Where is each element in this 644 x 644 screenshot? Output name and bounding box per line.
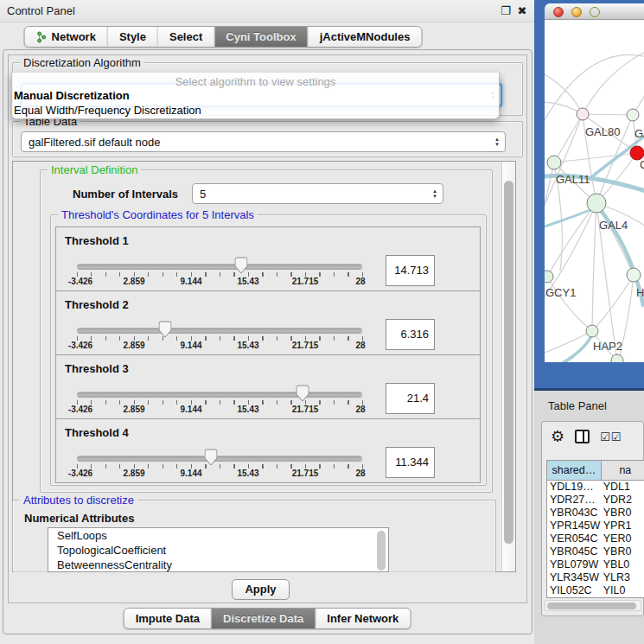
settings-vertical-scrollbar[interactable] <box>501 162 515 571</box>
gear-icon[interactable]: ⚙ <box>551 429 564 444</box>
table-row[interactable]: YLR345WYLR3 <box>547 571 644 584</box>
scrollbar-thumb[interactable] <box>547 603 636 609</box>
column-header-name[interactable]: na <box>602 461 644 480</box>
numerical-attributes-list: SelfLoops TopologicalCoefficient Between… <box>48 527 389 572</box>
tick-label: 9.144 <box>180 405 201 414</box>
node-partial-bottom[interactable] <box>611 354 623 362</box>
node-gal80[interactable] <box>577 108 589 120</box>
tick-label: -3.426 <box>68 469 92 478</box>
table-row[interactable]: YDL19…YDL1 <box>547 481 644 494</box>
dropdown-option-equal-width[interactable]: Equal Width/Frequency Discretization <box>12 103 499 118</box>
tick-label: 15.43 <box>237 405 258 414</box>
node-gcy1[interactable] <box>545 271 553 283</box>
node-gal11[interactable] <box>547 156 561 169</box>
number-of-intervals-combobox[interactable]: 5 ▴▾ <box>192 183 443 204</box>
zoom-traffic-light[interactable] <box>590 7 600 17</box>
node-partial-right[interactable] <box>627 268 641 282</box>
tab-discretize-data[interactable]: Discretize Data <box>212 609 316 628</box>
tab-impute-data[interactable]: Impute Data <box>124 609 212 628</box>
list-item[interactable]: BetweennessCentrality <box>48 558 388 572</box>
network-view-titlebar[interactable] <box>545 3 644 20</box>
threshold-3-slider-thumb[interactable] <box>296 385 309 402</box>
table-data-combobox[interactable]: galFiltered.sif default node ▴▾ <box>21 131 506 152</box>
node-label: H <box>636 286 644 299</box>
attributes-group-title: Attributes to discretize <box>20 494 137 507</box>
threshold-2-value-field[interactable]: 6.316 <box>386 319 435 350</box>
threshold-2-slider-track[interactable] <box>77 328 362 334</box>
threshold-1-slider-track[interactable] <box>77 264 362 270</box>
split-columns-icon[interactable] <box>575 430 590 443</box>
column-header-shared-name[interactable]: shared… <box>547 461 602 480</box>
slider-ticks <box>77 336 363 341</box>
threshold-3-panel: Threshold 3 -3.426 2.859 9.144 15.43 21.… <box>55 354 481 419</box>
list-scrollbar-thumb[interactable] <box>377 531 386 571</box>
tab-style[interactable]: Style <box>108 27 158 47</box>
threshold-4-slider-track[interactable] <box>77 456 362 462</box>
dropdown-prompt[interactable]: Select algorithm to view settings <box>12 73 499 88</box>
list-item[interactable]: SelfLoops <box>48 528 388 543</box>
tick-label: 28 <box>355 469 365 478</box>
tab-cyni-toolbox[interactable]: Cyni Toolbox <box>214 27 308 47</box>
node-hap2[interactable] <box>586 325 598 337</box>
table-panel-title: Table Panel <box>548 399 607 412</box>
table-row[interactable]: YDR27…YDR2 <box>547 494 644 507</box>
tab-network[interactable]: Network <box>25 27 108 47</box>
table-row[interactable]: YPR145WYPR1 <box>547 520 644 532</box>
tick-label: 21.715 <box>292 469 319 478</box>
node-label: C <box>640 158 644 171</box>
bottom-tabbar: Impute Data Discretize Data Infer Networ… <box>124 608 411 629</box>
node-label: GAL80 <box>585 125 620 138</box>
close-traffic-light[interactable] <box>553 7 564 17</box>
float-window-icon[interactable]: ❐ <box>498 3 513 19</box>
numerical-attributes-label: Numerical Attributes <box>24 512 134 525</box>
table-row[interactable]: YBR045CYBR0 <box>547 545 644 558</box>
node-partial-top-right[interactable] <box>627 109 639 121</box>
threshold-4-slider-thumb[interactable] <box>205 449 218 466</box>
threshold-2-panel: Threshold 2 -3.426 2.859 9.144 15.43 21.… <box>55 290 481 355</box>
spinner-down-icon: ▾ <box>495 142 499 147</box>
control-panel-titlebar: Control Panel ❐ ✖ <box>0 0 534 22</box>
table-panel-toolbar: ⚙ ☑☑ <box>551 429 622 444</box>
tick-label: 21.715 <box>292 277 319 286</box>
threshold-1-slider-thumb[interactable] <box>235 257 248 274</box>
node-label: HAP2 <box>593 340 622 353</box>
threshold-1-panel: Threshold 1 -3.426 2.859 9.144 15.43 21.… <box>55 226 481 291</box>
tick-label: 28 <box>355 405 365 414</box>
table-row[interactable]: YIL052CYIL0 <box>547 584 644 597</box>
tab-infer-network[interactable]: Infer Network <box>316 609 410 628</box>
table-horizontal-scrollbar[interactable] <box>545 600 641 611</box>
threshold-2-slider-thumb[interactable] <box>159 321 172 338</box>
tab-select[interactable]: Select <box>158 27 214 47</box>
threshold-1-value-field[interactable]: 14.713 <box>386 255 435 286</box>
table-row[interactable]: YBR043CYBR0 <box>547 507 644 520</box>
minimize-traffic-light[interactable] <box>571 7 582 17</box>
dropdown-option-manual-discretization[interactable]: Manual Discretization <box>12 88 499 103</box>
tick-label: 21.715 <box>292 405 319 414</box>
network-graph: GAL80 GA GAL11 C GAL4 GCY1 H HAP2 <box>545 20 644 362</box>
threshold-3-value-field[interactable]: 21.4 <box>386 383 435 414</box>
tick-label: -3.426 <box>68 405 92 414</box>
list-item[interactable]: TopologicalCoefficient <box>48 543 388 558</box>
network-canvas[interactable]: GAL80 GA GAL11 C GAL4 GCY1 H HAP2 <box>545 20 644 362</box>
thresholds-stack: Threshold 1 -3.426 2.859 9.144 15.43 21.… <box>55 227 481 483</box>
close-icon[interactable]: ✖ <box>514 3 530 19</box>
apply-button[interactable]: Apply <box>232 579 290 600</box>
control-panel-title: Control Panel <box>7 4 75 17</box>
tick-label: 2.859 <box>123 405 144 414</box>
tick-label: 15.43 <box>237 277 258 286</box>
table-row[interactable]: YER054CYER0 <box>547 532 644 545</box>
scrollbar-thumb[interactable] <box>504 181 513 544</box>
tick-label: 9.144 <box>180 277 201 286</box>
checked-checkboxes-icon[interactable]: ☑☑ <box>600 431 622 443</box>
slider-ticks <box>77 400 363 405</box>
tick-label: 15.43 <box>237 469 258 478</box>
algorithm-dropdown-popup: Select algorithm to view settings Manual… <box>11 73 500 119</box>
threshold-4-panel: Threshold 4 -3.426 2.859 9.144 15.43 21.… <box>55 418 481 483</box>
tick-label: 9.144 <box>180 341 201 350</box>
threshold-3-slider-track[interactable] <box>77 392 362 398</box>
node-gal4[interactable] <box>587 194 606 213</box>
tab-jactivemnodules[interactable]: jActiveMNodules <box>309 27 422 47</box>
table-row[interactable]: YBL079WYBL0 <box>547 558 644 571</box>
network-icon <box>36 31 48 43</box>
threshold-4-value-field[interactable]: 11.344 <box>386 447 435 478</box>
